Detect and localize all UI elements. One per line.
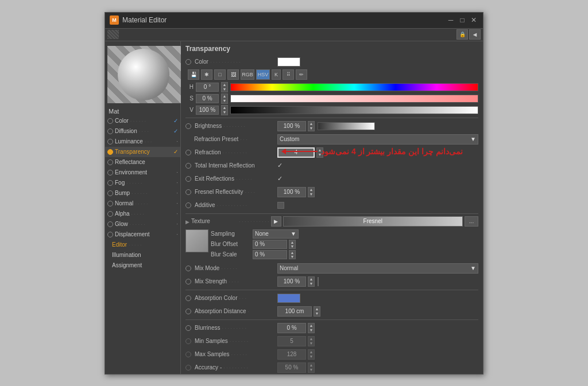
brightness-row: Brightness · · · · · · · · 100 % ▲ ▼ [185,120,478,132]
texture-play-btn[interactable]: ▶ [271,216,281,227]
channel-name-environment: Environment [115,169,175,176]
pen-icon-btn[interactable]: ✏ [296,69,307,80]
radio-color [107,118,113,124]
texture-expand-icon[interactable]: ▶ [185,218,189,225]
absorption-distance-spinner[interactable]: ▲ ▼ [314,306,320,317]
right-panel: Transparency Color · · · · · · · · · · ·… [181,41,483,374]
hue-slider[interactable] [230,83,478,91]
color-swatch[interactable] [277,57,300,67]
channel-item-glow[interactable]: Glow · · · · · · · [105,219,180,229]
mix-strength-bar[interactable] [318,277,319,286]
brightness-dots: · · · · · · · · [223,123,245,129]
check-transparency: ✓ [173,149,178,155]
accuracy-input[interactable]: 50 % [277,362,306,373]
s-spinner[interactable]: ▲ ▼ [221,93,228,104]
exit-reflections-label: Exit Reflections · · · · · · [185,176,277,182]
sat-slider[interactable] [230,95,478,103]
maximize-button[interactable]: □ [458,15,467,25]
fresnel-reflectivity-row: Fresnel Reflectivity · · · · 100 % ▲ ▼ [185,186,478,198]
titlebar: M Material Editor ─ □ ✕ [105,13,483,29]
channel-item-color[interactable]: Color · · · · · · ✓ [105,116,180,126]
star-icon-btn[interactable]: ✱ [201,69,212,80]
channel-item-fog[interactable]: Fog · · · · · · · [105,178,180,188]
titlebar-left: M Material Editor [110,15,167,25]
toolbar-arrow-icon[interactable]: ◄ [469,29,481,40]
absorption-distance-input[interactable]: 100 cm [277,306,312,317]
max-samples-spinner[interactable]: ▲ ▼ [308,349,315,360]
sampling-row: Sampling None ▼ [211,229,478,239]
channel-item-normal[interactable]: Normal · · · · · · [105,198,180,209]
blur-scale-spinner[interactable]: ▲ ▼ [289,250,296,259]
blur-offset-value[interactable]: 0 % [253,240,287,249]
square-icon-btn[interactable]: □ [214,69,226,80]
v-spinner[interactable]: ▲ ▼ [221,105,228,115]
h-value[interactable]: 0 ° [196,83,219,92]
channel-item-diffusion[interactable]: Diffusion · · · · ✓ [105,126,180,137]
brightness-spinner[interactable]: ▲ ▼ [308,121,315,131]
blurriness-spinner[interactable]: ▲ ▼ [308,323,315,333]
channel-list: Color · · · · · · ✓ Diffusion · · · · ✓ … [105,116,180,240]
exit-reflections-row: Exit Reflections · · · · · · ✓ [185,173,478,185]
accuracy-spinner[interactable]: ▲ ▼ [308,362,315,373]
fresnel-spinner[interactable]: ▲ ▼ [308,187,315,197]
minimize-button[interactable]: ─ [446,15,455,25]
rgb-icon-btn[interactable]: RGB [241,69,254,80]
v-value[interactable]: 100 % [196,106,219,115]
mix-strength-input[interactable]: 100 % [277,276,306,287]
texture-more-btn[interactable]: ... [465,216,478,227]
channel-item-displacement[interactable]: Displacement · [105,229,180,240]
sub-item-illumination[interactable]: Illumination [110,250,180,260]
sub-item-assignment[interactable]: Assignment [110,260,180,271]
min-samples-input[interactable]: 5 [277,336,306,346]
h-spinner[interactable]: ▲ ▼ [221,82,228,92]
mix-mode-label: Mix Mode · · · · · · [185,265,277,271]
check-fog: · [176,180,178,186]
color-dots: · · · · · · · · · · · [210,59,241,65]
absorption-color-swatch[interactable] [277,294,300,303]
radio-reflectance [107,159,113,165]
mix-mode-dropdown[interactable]: Normal ▼ [277,263,478,274]
material-editor-window: M Material Editor ─ □ ✕ 🔒 ◄ Mat [105,12,483,375]
radio-fresnel [185,189,191,195]
channel-item-luminance[interactable]: Luminance · · · · [105,137,180,147]
blur-scale-value[interactable]: 0 % [253,250,287,259]
channel-item-reflectance[interactable]: Reflectance [105,157,180,167]
s-value[interactable]: 0 % [196,94,219,103]
blur-offset-label: Blur Offset [211,241,251,247]
channel-item-environment[interactable]: Environment · [105,167,180,178]
main-content: Mat Color · · · · · · ✓ Diffusion · · · … [105,41,483,374]
additive-checkbox[interactable] [277,202,284,209]
arrow-line [286,151,318,152]
image-icon-btn[interactable]: 🖼 [227,69,239,80]
toolbar-lock-icon[interactable]: 🔒 [457,29,468,40]
brightness-input[interactable]: 100 % [277,121,306,131]
sampling-dropdown[interactable]: None ▼ [253,229,299,239]
accuracy-row: Accuracy - · · · · · · · · · 50 % ▲ ▼ [185,362,478,373]
val-slider[interactable] [230,106,478,114]
channel-item-alpha[interactable]: Alpha · · · · · · [105,209,180,219]
refraction-preset-dropdown[interactable]: Custom ▼ [277,134,478,145]
sub-item-editor[interactable]: Editor · · · · · [110,240,180,250]
absorption-distance-label: Absorption Distance · [185,308,277,314]
mix-strength-spinner[interactable]: ▲ ▼ [308,276,315,287]
channel-item-transparency[interactable]: Transparency ✓ [105,147,180,157]
section-title: Transparency [185,45,478,53]
refraction-row: Refraction · · · · · · · · · 4 ▲ ▼ نمی‌د… [185,147,478,158]
texture-dots: · · · · · · · · · · · [239,219,269,224]
check-glow: · [176,221,178,227]
hsv-icon-btn[interactable]: HSV [256,69,270,80]
channel-item-bump[interactable]: Bump · · · · · · · [105,188,180,198]
blurriness-input[interactable]: 0 % [277,323,306,333]
min-samples-spinner[interactable]: ▲ ▼ [308,336,315,346]
dots-icon-btn[interactable]: ⠿ [283,69,294,80]
fresnel-input[interactable]: 100 % [277,187,306,197]
close-button[interactable]: ✕ [469,15,478,25]
blur-offset-spinner[interactable]: ▲ ▼ [289,240,296,249]
save-icon-btn[interactable]: 💾 [188,69,199,80]
app-icon: M [110,15,119,25]
arrow-head [281,149,286,154]
brightness-slider[interactable] [318,122,375,130]
min-samples-label: Min Samples · · · · · · · [185,338,277,344]
k-icon-btn[interactable]: K [272,69,281,80]
max-samples-input[interactable]: 128 [277,349,306,360]
